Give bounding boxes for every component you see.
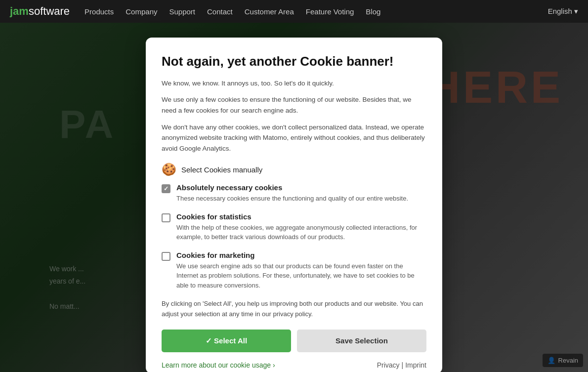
cookie-title-marketing: Cookies for marketing (176, 251, 426, 259)
nav-customer-area[interactable]: Customer Area (245, 7, 294, 16)
privacy-link[interactable]: Privacy (377, 361, 400, 369)
cookie-desc-necessary: These necessary cookies ensure the funct… (176, 194, 408, 204)
cookie-desc-marketing: We use search engine ads so that our pro… (176, 261, 426, 290)
modal-title: Not again, yet another Cookie banner! (162, 53, 426, 70)
navigation: jamsoftware Products Company Support Con… (0, 0, 588, 23)
bottom-note: By clicking on 'Select All', you help us… (162, 299, 426, 320)
nav-blog[interactable]: Blog (366, 7, 380, 16)
cookie-desc-statistics: With the help of these cookies, we aggre… (176, 223, 426, 242)
nav-company[interactable]: Company (126, 7, 157, 16)
save-selection-button[interactable]: Save Selection (297, 330, 426, 352)
nav-support[interactable]: Support (169, 7, 195, 16)
modal-footer: Learn more about our cookie usage Privac… (162, 361, 426, 369)
cookie-icon: 🍪 (162, 163, 176, 176)
nav-feature-voting[interactable]: Feature Voting (306, 7, 354, 16)
modal-desc-1: We know, we know. It annoys us, too. So … (162, 78, 426, 89)
modal-desc-3: We don't have any other cookies, we don'… (162, 122, 426, 154)
select-all-button[interactable]: ✓ Select All (162, 330, 291, 352)
nav-links: Products Company Support Contact Custome… (84, 7, 548, 16)
cookie-title-necessary: Absolutely necessary cookies (176, 183, 408, 192)
modal-backdrop: Not again, yet another Cookie banner! We… (0, 23, 588, 372)
logo: jamsoftware (10, 5, 70, 18)
language-selector[interactable]: English ▾ (548, 7, 578, 16)
checkbox-marketing[interactable] (162, 252, 170, 261)
select-cookies-label: Select Cookies manually (181, 165, 262, 174)
privacy-links: Privacy|Imprint (377, 361, 426, 369)
cookie-title-statistics: Cookies for statistics (176, 212, 426, 221)
cookie-modal: Not again, yet another Cookie banner! We… (146, 38, 442, 372)
nav-contact[interactable]: Contact (207, 7, 233, 16)
cookie-option-marketing: Cookies for marketing We use search engi… (162, 251, 426, 290)
modal-desc-2: We use only a few cookies to ensure the … (162, 94, 426, 116)
button-row: ✓ Select All Save Selection (162, 330, 426, 352)
learn-more-link[interactable]: Learn more about our cookie usage (162, 361, 275, 369)
imprint-link[interactable]: Imprint (405, 361, 426, 369)
select-cookies-row: 🍪 Select Cookies manually (162, 163, 426, 176)
cookie-option-statistics: Cookies for statistics With the help of … (162, 212, 426, 242)
checkbox-necessary[interactable] (162, 184, 170, 193)
checkbox-statistics[interactable] (162, 213, 170, 222)
nav-products[interactable]: Products (84, 7, 114, 16)
cookie-option-necessary: Absolutely necessary cookies These neces… (162, 183, 426, 204)
